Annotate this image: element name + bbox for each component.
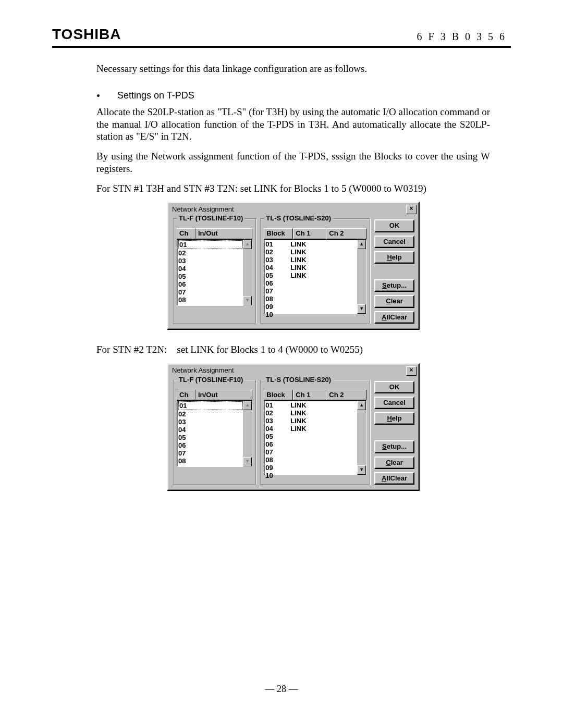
cancel-button[interactable]: Cancel [374, 236, 414, 248]
page-number: — 28 — [52, 684, 511, 695]
col-ch: Ch [177, 390, 195, 400]
list-item[interactable]: 05 [178, 434, 252, 441]
tlf-groupbox: TL-F (TOSLINE-F10) Ch In/Out 01020304050… [173, 218, 256, 324]
paragraph-1: Allocate the S20LP-station as "TL-S" (fo… [96, 106, 490, 143]
page-header: TOSHIBA 6F3B0356 [52, 26, 511, 48]
col-block: Block [264, 228, 293, 239]
ok-button[interactable]: OK [374, 381, 414, 393]
col-ch2: Ch 2 [326, 390, 366, 400]
scroll-up-icon[interactable]: ▲ [243, 240, 252, 249]
setup-button[interactable]: Setup... [374, 440, 414, 453]
list-item[interactable]: 08 [265, 295, 366, 303]
paragraph-3: For STN #1 T3H and STN #3 T2N: set LINK … [96, 182, 490, 195]
network-assignment-dialog-2: Network Assignment × TL-F (TOSLINE-F10) … [167, 363, 420, 491]
list-item[interactable]: 04 [178, 426, 252, 434]
scroll-down-icon[interactable]: ▼ [357, 465, 366, 475]
list-item[interactable]: 07 [265, 448, 366, 456]
tlf-listbox[interactable]: 0102030405060708 ▲ ▼ [177, 239, 252, 306]
tls-legend: TL-S (TOSLINE-S20) [264, 214, 333, 223]
list-item[interactable]: 07 [178, 288, 252, 296]
scrollbar[interactable]: ▲ ▼ [357, 401, 366, 475]
list-item[interactable]: 06 [178, 441, 252, 449]
list-item[interactable]: 01LINK [265, 240, 366, 248]
scroll-up-icon[interactable]: ▲ [357, 401, 366, 410]
help-button[interactable]: Help [374, 251, 414, 264]
list-item[interactable]: 06 [178, 280, 252, 288]
cancel-button[interactable]: Cancel [374, 397, 414, 409]
dialog-title: Network Assignment [172, 366, 234, 375]
help-button[interactable]: Help [374, 412, 414, 425]
tls-groupbox: TL-S (TOSLINE-S20) Block Ch 1 Ch 2 01LIN… [260, 218, 370, 324]
scroll-down-icon[interactable]: ▼ [357, 304, 366, 314]
list-item[interactable]: 04LINK [265, 425, 366, 433]
list-item[interactable]: 05LINK [265, 272, 366, 279]
list-item[interactable]: 05 [265, 433, 366, 440]
list-item[interactable]: 05 [178, 273, 252, 280]
paragraph-2: By using the Network assignment function… [96, 150, 490, 175]
list-item[interactable]: 06 [265, 279, 366, 287]
list-item[interactable]: 08 [265, 456, 366, 464]
list-item[interactable]: 01LINK [265, 401, 366, 409]
button-column: OK Cancel Help Setup... Clear AllClear [374, 380, 414, 485]
tlf-groupbox: TL-F (TOSLINE-F10) Ch In/Out 01020304050… [173, 380, 256, 485]
scroll-down-icon[interactable]: ▼ [243, 457, 252, 466]
list-item[interactable]: 02 [178, 249, 252, 257]
list-item[interactable]: 03LINK [265, 256, 366, 264]
list-item[interactable]: 02 [178, 410, 252, 418]
ok-button[interactable]: OK [374, 219, 414, 232]
brand-logo: TOSHIBA [52, 26, 121, 43]
list-item[interactable]: 10 [265, 311, 366, 318]
list-item[interactable]: 04 [178, 265, 252, 273]
scrollbar[interactable]: ▲ ▼ [243, 240, 252, 305]
tlf-listbox[interactable]: 0102030405060708 ▲ ▼ [177, 400, 252, 467]
list-item[interactable]: 04LINK [265, 264, 366, 272]
list-item[interactable]: 02LINK [265, 248, 366, 256]
tls-listbox[interactable]: 01LINK02LINK03LINK04LINK050607080910 ▲ ▼ [264, 400, 366, 475]
col-ch2: Ch 2 [326, 228, 366, 239]
document-number: 6F3B0356 [417, 31, 511, 43]
dialog-title: Network Assignment [172, 205, 234, 214]
list-item[interactable]: 07 [265, 287, 366, 295]
close-button[interactable]: × [406, 366, 417, 376]
list-item[interactable]: 08 [178, 457, 252, 465]
tlf-legend: TL-F (TOSLINE-F10) [177, 376, 245, 384]
list-item[interactable]: 06 [265, 440, 366, 448]
bullet-dot: • [96, 90, 117, 103]
list-item[interactable]: 09 [265, 464, 366, 472]
setup-button[interactable]: Setup... [374, 279, 414, 292]
clear-button[interactable]: Clear [374, 295, 414, 307]
scroll-up-icon[interactable]: ▲ [243, 401, 252, 410]
network-assignment-dialog-1: Network Assignment × TL-F (TOSLINE-F10) … [167, 202, 420, 330]
scrollbar[interactable]: ▲ ▼ [243, 401, 252, 466]
bullet-item: • Settings on T-PDS [96, 90, 490, 103]
list-item[interactable]: 08 [178, 296, 252, 304]
col-ch1: Ch 1 [293, 390, 326, 400]
list-item[interactable]: 03LINK [265, 417, 366, 425]
paragraph-4: For STN #2 T2N: set LINK for Blocks 1 to… [96, 343, 490, 356]
allclear-button[interactable]: AllClear [374, 472, 414, 485]
list-item[interactable]: 07 [178, 449, 252, 457]
tls-legend: TL-S (TOSLINE-S20) [264, 376, 333, 384]
scroll-down-icon[interactable]: ▼ [243, 296, 252, 305]
list-item[interactable]: 02LINK [265, 409, 366, 417]
list-item[interactable]: 09 [265, 303, 366, 311]
list-item[interactable]: 03 [178, 257, 252, 265]
scroll-up-icon[interactable]: ▲ [357, 240, 366, 249]
list-item[interactable]: 03 [178, 418, 252, 426]
scrollbar[interactable]: ▲ ▼ [357, 240, 366, 314]
col-ch: Ch [177, 228, 195, 239]
list-item[interactable]: 01 [178, 240, 243, 249]
button-column: OK Cancel Help Setup... Clear AllClear [374, 218, 414, 324]
list-item[interactable]: 10 [265, 472, 366, 479]
clear-button[interactable]: Clear [374, 456, 414, 469]
tlf-legend: TL-F (TOSLINE-F10) [177, 214, 245, 223]
col-block: Block [264, 390, 293, 400]
col-inout: In/Out [195, 228, 252, 239]
tls-listbox[interactable]: 01LINK02LINK03LINK04LINK05LINK0607080910… [264, 239, 366, 314]
list-item[interactable]: 01 [178, 401, 243, 410]
intro-paragraph: Necessary settings for this data linkage… [96, 63, 490, 75]
tls-groupbox: TL-S (TOSLINE-S20) Block Ch 1 Ch 2 01LIN… [260, 380, 370, 485]
close-button[interactable]: × [406, 205, 417, 214]
col-inout: In/Out [195, 390, 252, 400]
allclear-button[interactable]: AllClear [374, 311, 414, 324]
